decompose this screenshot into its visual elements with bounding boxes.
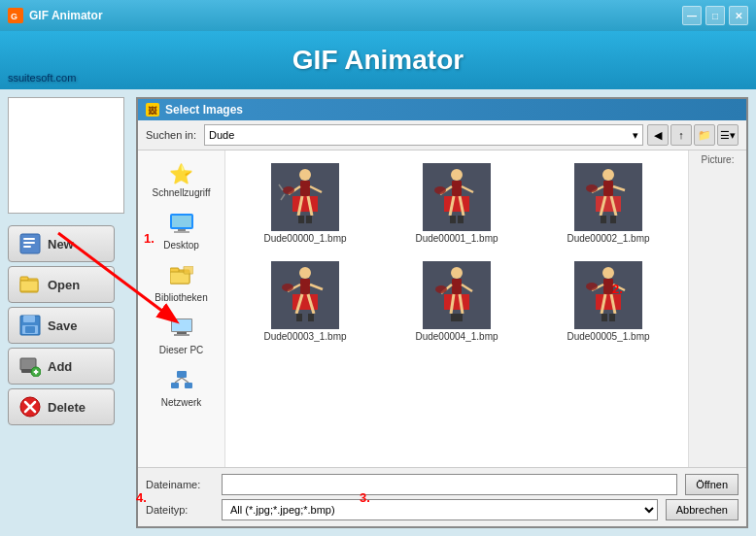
delete-button[interactable]: Delete [8,388,115,425]
schnellzugriff-label: Schnellzugriff [153,187,211,198]
file-item[interactable]: Dude00001_1.bmp [385,158,529,249]
file-item[interactable]: Dude00002_1.bmp [536,158,680,249]
file-item[interactable]: Dude00000_1.bmp [233,158,377,249]
minimize-button[interactable]: — [682,6,702,25]
svg-point-88 [451,267,463,279]
file-name: Dude00002_1.bmp [567,233,649,244]
file-thumbnail [423,163,491,231]
dialog-title-bar: 🖼 Select Images [138,99,746,120]
svg-point-77 [299,267,311,279]
desktop-label: Desktop [163,240,199,251]
file-name: Dude00004_1.bmp [415,331,498,342]
save-button[interactable]: Save [8,307,115,344]
dialog-bottom: Dateiname: Öffnen Dateityp: All (*.jpg;*… [138,467,746,526]
svg-rect-7 [20,277,28,281]
dieser-pc-icon [171,318,192,343]
filename-input[interactable] [222,474,677,495]
cancel-button[interactable]: Abbrechen [666,499,739,520]
svg-point-97 [435,285,447,293]
dialog-title: Select Images [165,103,243,117]
svg-rect-82 [296,314,302,321]
window-controls: — □ ✕ [682,6,748,25]
picture-panel: Picture: [688,151,746,467]
file-thumbnail [574,261,642,329]
file-item[interactable]: Dude00004_1.bmp [385,256,529,347]
svg-line-38 [175,378,182,383]
svg-rect-26 [174,231,189,233]
svg-text:🖼: 🖼 [148,106,157,116]
file-thumbnail [423,261,491,329]
schnellzugriff-icon: ⭐ [169,162,193,185]
location-toolbar: Suchen in: Dude ▾ ◀ ↑ 📁 ☰▾ [138,120,746,151]
svg-rect-35 [177,371,187,378]
new-label: New [48,237,74,251]
back-button[interactable]: ◀ [647,124,669,146]
open-button[interactable]: Open [8,266,115,303]
new-folder-button[interactable]: 📁 [694,124,715,146]
delete-icon [18,395,42,419]
file-thumbnail [574,163,642,231]
svg-rect-37 [185,383,192,388]
new-button[interactable]: New [8,225,115,262]
svg-rect-3 [23,238,35,240]
svg-rect-60 [450,216,456,223]
add-label: Add [48,359,72,374]
svg-rect-68 [596,196,621,212]
nav-netzwerk[interactable]: Netzwerk [138,363,224,416]
svg-rect-105 [609,314,615,321]
nav-bibliotheken[interactable]: Bibliotheken [138,258,224,311]
svg-rect-100 [603,279,613,294]
window-title: GIF Animator [29,9,682,22]
delete-label: Delete [48,400,86,415]
svg-rect-4 [23,242,35,244]
svg-rect-8 [20,281,38,291]
svg-rect-83 [308,314,314,321]
svg-rect-43 [292,196,318,212]
svg-rect-36 [171,383,179,388]
up-button[interactable]: ↑ [670,124,692,146]
files-area: Dude00000_1.bmp [225,151,688,467]
nav-schnellzugriff[interactable]: ⭐ Schnellzugriff [138,154,224,206]
svg-text:G: G [11,12,17,21]
add-button[interactable]: Add [8,348,115,385]
open-icon [18,273,42,296]
open-button[interactable]: Öffnen [685,474,739,495]
maximize-button[interactable]: □ [705,6,725,25]
svg-rect-94 [457,314,463,321]
svg-rect-12 [25,326,35,333]
save-label: Save [48,318,77,333]
file-item[interactable]: Dude00005_1.bmp [536,256,680,347]
file-dialog: 🖼 Select Images Suchen in: Dude ▾ ◀ ↑ 📁 … [136,97,748,528]
close-button[interactable]: ✕ [729,6,748,25]
desktop-icon [170,214,193,238]
location-combo[interactable]: Dude ▾ [204,124,643,146]
file-name: Dude00000_1.bmp [263,233,346,244]
file-name: Dude00005_1.bmp [567,331,649,342]
location-label: Suchen in: [146,129,196,141]
nav-dieser-pc[interactable]: Dieser PC [138,311,224,363]
svg-point-75 [586,184,598,192]
svg-rect-61 [458,216,464,223]
svg-rect-78 [300,279,310,294]
filetype-select[interactable]: All (*.jpg;*.jpeg;*.bmp) [222,499,658,520]
main-area: New Open Save [0,89,756,536]
preview-box [8,97,124,214]
svg-rect-72 [610,216,616,223]
svg-line-39 [182,378,189,383]
svg-rect-32 [172,319,191,331]
location-value: Dude [209,129,234,141]
svg-point-51 [283,186,294,194]
svg-rect-30 [184,266,193,274]
nav-desktop[interactable]: Desktop [138,206,224,258]
svg-rect-71 [601,216,606,223]
svg-rect-24 [172,216,191,227]
file-thumbnail [271,163,339,231]
svg-rect-10 [23,316,35,322]
view-toggle-button[interactable]: ☰▾ [717,124,739,146]
svg-rect-57 [444,196,469,212]
svg-rect-79 [292,294,318,310]
app-header: ssuitesoft.com GIF Animator [0,31,756,89]
file-item[interactable]: Dude00003_1.bmp [233,256,377,347]
svg-rect-48 [306,216,312,223]
svg-rect-34 [174,334,189,336]
